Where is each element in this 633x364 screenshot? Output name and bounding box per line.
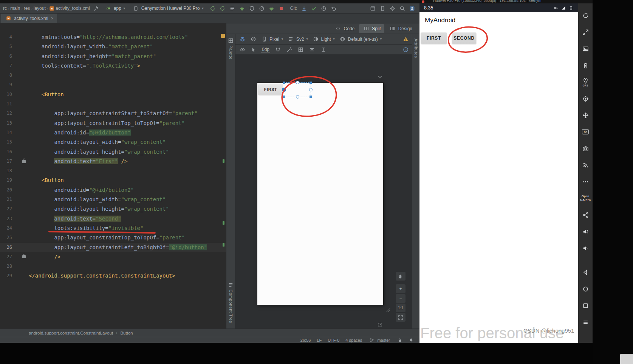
resize-window-button[interactable]: [578, 24, 593, 40]
pack-icon[interactable]: [297, 46, 304, 53]
git-commit-button[interactable]: [310, 5, 318, 12]
streaming-button[interactable]: [578, 157, 593, 173]
code-line-16[interactable]: 16 android:layout_height="wrap_content": [0, 147, 226, 157]
volume-down-button[interactable]: [578, 240, 593, 256]
palette-tab[interactable]: Palette: [229, 45, 233, 60]
resize-handle-icon[interactable]: [384, 306, 392, 313]
close-icon[interactable]: ×: [51, 16, 54, 21]
preview-device-select[interactable]: Pixel ▼: [260, 36, 284, 43]
code-line-17[interactable]: 17 android:text="First" />: [0, 157, 226, 166]
mode-code-button[interactable]: Code: [331, 24, 358, 33]
git-update-button[interactable]: [300, 5, 308, 12]
code-line-18[interactable]: 18: [0, 166, 226, 176]
code-line-9[interactable]: 9: [0, 80, 226, 89]
help-icon[interactable]: ?: [402, 46, 409, 53]
palette-icon[interactable]: [227, 37, 235, 44]
attributes-tab[interactable]: Attributes: [414, 39, 418, 58]
breadcrumb-constraint-layout[interactable]: android.support.constraint.ConstraintLay…: [29, 331, 113, 335]
nav-back-button[interactable]: [578, 264, 593, 281]
code-line-22[interactable]: 22 android:layout_height="wrap_content": [0, 204, 226, 214]
breadcrumb-item[interactable]: activity_tools.xml: [56, 6, 90, 11]
mode-split-button[interactable]: Split: [359, 24, 384, 33]
breadcrumb-item[interactable]: main: [10, 6, 20, 11]
scrollbar-warning-mark[interactable]: [221, 34, 225, 38]
device-manager-button[interactable]: [368, 5, 377, 12]
code-line-29[interactable]: 29</android.support.constraint.Constrain…: [0, 271, 226, 281]
lock-icon[interactable]: [396, 337, 404, 344]
warning-icon[interactable]: [402, 36, 409, 43]
scrollbar-change-mark[interactable]: [223, 243, 224, 247]
open-gapps-button[interactable]: Open GAPPS: [578, 190, 593, 207]
design-canvas[interactable]: FIRST + − 1:1: [235, 55, 412, 329]
code-line-24[interactable]: 24 tools:visibility="invisible": [0, 224, 226, 233]
emulator-close-dot[interactable]: [422, 0, 424, 3]
code-line-12[interactable]: 12 app:layout_constraintStart_toStartOf=…: [0, 109, 226, 118]
first-button[interactable]: FIRST: [421, 32, 447, 44]
code-line-11[interactable]: 11: [0, 99, 226, 109]
navigation-button[interactable]: [578, 107, 593, 123]
status-item[interactable]: LF: [317, 338, 322, 342]
git-rollback-button[interactable]: [329, 5, 338, 12]
code-line-25[interactable]: 25 app:layout_constraintTop_toTopOf="par…: [0, 233, 226, 242]
code-line-8[interactable]: 8: [0, 71, 226, 80]
issues-indicator-icon[interactable]: [376, 321, 384, 328]
variants-icon[interactable]: [376, 75, 384, 82]
infer-constraints-icon[interactable]: [285, 46, 293, 53]
code-line-27[interactable]: 27 />: [0, 252, 226, 262]
layout-inspector-button[interactable]: [378, 5, 387, 12]
zoom-fit-button[interactable]: [396, 313, 405, 322]
code-line-28[interactable]: 28: [0, 262, 226, 271]
settings-button[interactable]: [388, 5, 397, 12]
breadcrumb-item[interactable]: rc: [3, 6, 7, 11]
scrollbar-change-mark[interactable]: [223, 221, 224, 225]
select-tool-icon[interactable]: [250, 46, 257, 53]
code-line-5[interactable]: 5 android:layout_width="match_parent": [0, 42, 226, 51]
status-item[interactable]: 4 spaces: [345, 338, 362, 342]
view-options-icon[interactable]: [238, 46, 246, 53]
git-history-button[interactable]: [319, 5, 328, 12]
battery-icon[interactable]: [568, 5, 574, 11]
nav-home-button[interactable]: [578, 281, 593, 297]
align-icon[interactable]: [308, 46, 316, 53]
locale-select[interactable]: Default (en-us) ▼: [339, 36, 382, 43]
screenshot-button[interactable]: [578, 40, 593, 57]
breadcrumb-button[interactable]: Button: [120, 331, 133, 335]
design-surface-icon[interactable]: [238, 36, 246, 43]
more-options-button[interactable]: [578, 173, 593, 190]
code-line-14[interactable]: 14 android:id="@+id/button": [0, 128, 226, 137]
code-line-21[interactable]: 21 android:layout_width="wrap_content": [0, 195, 226, 204]
code-line-19[interactable]: 19 <Button: [0, 176, 226, 185]
code-line-6[interactable]: 6 android:layout_height="match_parent": [0, 52, 226, 61]
notifications-icon[interactable]: [407, 337, 415, 344]
code-line-20[interactable]: 20 android:id="@+id/button2": [0, 185, 226, 195]
zoom-out-button[interactable]: −: [396, 294, 405, 303]
scrollbar-change-mark[interactable]: [223, 159, 224, 163]
profile-avatar[interactable]: [408, 5, 416, 12]
device-select[interactable]: Genymotion Huawei P30 Pro ▼: [130, 5, 207, 12]
code-line-26[interactable]: 26 app:layout_constraintLeft_toRightOf="…: [0, 243, 226, 252]
profiler-button[interactable]: [257, 5, 266, 12]
vpn-key-icon[interactable]: [553, 5, 559, 11]
sync-gradle-button[interactable]: [208, 5, 217, 12]
code-line-13[interactable]: 13 app:layout_constraintTop_toTopOf="par…: [0, 119, 226, 128]
breadcrumb-item[interactable]: res: [24, 6, 30, 11]
location-button[interactable]: [578, 90, 593, 107]
blueprint-toggle-icon[interactable]: [249, 36, 257, 43]
git-branch-widget[interactable]: master: [368, 337, 390, 344]
coverage-button[interactable]: [248, 5, 256, 12]
component-tree-tab[interactable]: Component Tree: [229, 290, 233, 323]
attach-debugger-button[interactable]: [267, 5, 276, 12]
status-item[interactable]: UTF-8: [328, 338, 339, 342]
mode-design-button[interactable]: Design: [385, 24, 416, 33]
theme-select[interactable]: Light ▼: [312, 36, 336, 43]
rotate-screen-button[interactable]: [578, 7, 593, 24]
code-editor[interactable]: 4 xmlns:tools="http://schemas.android.co…: [0, 23, 226, 329]
autoconnect-icon[interactable]: [274, 46, 282, 53]
tab-activity-tools-xml[interactable]: activity_tools.xml ×: [1, 14, 57, 23]
search-button[interactable]: [398, 5, 407, 12]
task-list-button[interactable]: [228, 5, 237, 12]
signal-icon[interactable]: [560, 5, 566, 11]
build-hammer-button[interactable]: [92, 5, 101, 12]
default-margin-select[interactable]: 0dp: [261, 47, 270, 52]
breadcrumb-item[interactable]: layout: [34, 6, 46, 11]
